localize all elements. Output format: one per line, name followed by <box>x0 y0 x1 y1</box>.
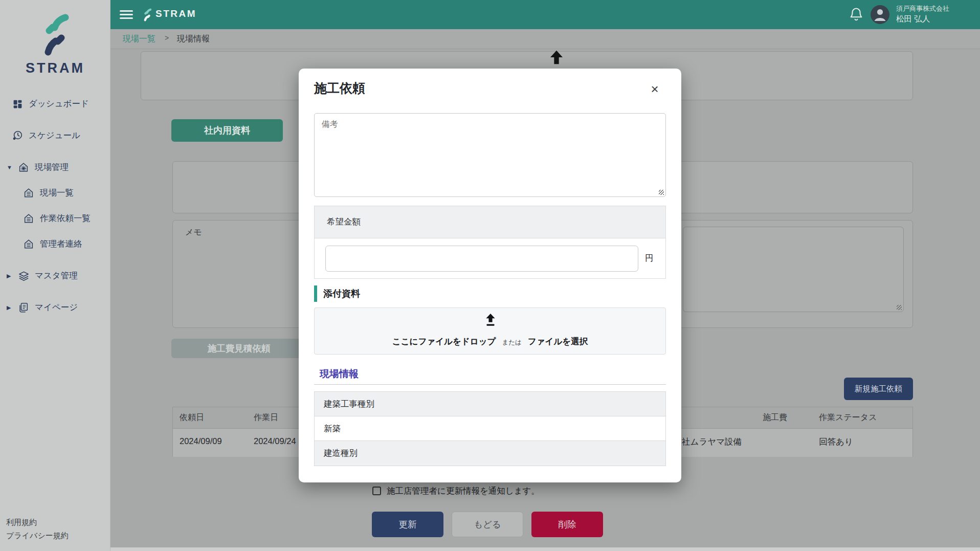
modal-title: 施工依頼 <box>314 80 365 97</box>
sidebar-item-site-list[interactable]: ▼ 現場一覧 <box>0 184 110 202</box>
sidebar-logo-text: STRAM <box>0 60 110 76</box>
sidebar-item-label: 管理者連絡 <box>40 238 82 250</box>
sidebar-item-master-management[interactable]: ▶ マスタ管理 <box>0 267 110 284</box>
header-company-name: 須戸商事株式会社 <box>896 4 949 13</box>
site-table-value-row: 新築 <box>315 416 665 441</box>
amount-label: 希望金額 <box>327 216 361 228</box>
sidebar-item-work-requests[interactable]: ▼ 作業依頼一覧 <box>0 210 110 227</box>
breadcrumb-current-page: 現場情報 <box>177 34 210 45</box>
column-request-date: 依頼日 <box>180 412 204 423</box>
amount-section-header: 希望金額 <box>314 206 666 238</box>
dashboard-icon <box>11 98 24 110</box>
sidebar-item-label: 作業依頼一覧 <box>40 213 91 224</box>
site-info-table: 建築工事種別 新築 建造種別 <box>314 391 666 466</box>
amount-section-row: 円 <box>314 238 666 279</box>
new-construction-request-button[interactable]: 新規施工依頼 <box>844 378 913 400</box>
or-text: または <box>502 338 521 347</box>
column-work-date: 作業日 <box>254 412 278 423</box>
breadcrumb-site-list-link[interactable]: 現場一覧 <box>123 34 155 45</box>
layers-icon <box>17 270 30 282</box>
house-gear-icon <box>17 161 30 173</box>
resize-handle[interactable] <box>659 190 664 195</box>
site-table-label-row: 建築工事種別 <box>315 392 665 416</box>
stram-logo-icon <box>39 11 72 60</box>
house-list-icon <box>23 238 35 250</box>
dropzone-text: ここにファイルをドロップ または ファイルを選択 <box>315 336 665 347</box>
memo-label: メモ <box>185 227 202 238</box>
select-file-link[interactable]: ファイルを選択 <box>528 336 588 347</box>
header-user-name: 松田 弘人 <box>896 14 930 25</box>
breadcrumb: 現場一覧 > 現場情報 <box>110 29 980 49</box>
caret-down-icon: ▼ <box>7 164 13 170</box>
sidebar-item-schedule[interactable]: ▼ スケジュール <box>0 127 110 144</box>
sidebar-item-label: ダッシュボード <box>29 98 89 109</box>
terms-link[interactable]: 利用規約 <box>6 518 37 527</box>
house-list-icon <box>23 212 35 225</box>
column-work-status: 作業ステータス <box>819 412 877 423</box>
file-dropzone[interactable]: ここにファイルをドロップ または ファイルを選択 <box>314 307 666 355</box>
page-bottom-strip <box>110 547 980 551</box>
upload-icon <box>484 313 497 329</box>
cell-request-date: 2024/09/09 <box>180 436 222 446</box>
sidebar-item-label: 現場一覧 <box>40 187 74 199</box>
sidebar-item-site-management[interactable]: ▼ 現場管理 <box>0 159 110 176</box>
caret-right-icon: ▶ <box>7 304 13 311</box>
sidebar-item-label: スケジュール <box>29 130 80 141</box>
app-root: STRAM ▼ ダッシュボード ▼ スケジュール ▼ <box>0 0 980 551</box>
notification-bell-icon[interactable] <box>849 7 863 24</box>
breadcrumb-separator: > <box>165 34 169 42</box>
documents-icon <box>17 301 30 314</box>
delete-button[interactable]: 削除 <box>531 512 603 537</box>
attachments-label: 添付資料 <box>323 288 360 300</box>
stram-header-logo-icon <box>141 8 153 24</box>
cell-work-date: 2024/09/24 <box>254 436 296 446</box>
background-textarea[interactable] <box>683 227 904 312</box>
internal-documents-button[interactable]: 社内用資料 <box>171 119 283 142</box>
back-button[interactable]: もどる <box>452 512 523 537</box>
amount-input[interactable] <box>325 246 638 272</box>
drop-here-text: ここにファイルをドロップ <box>392 336 496 347</box>
attachments-accent-bar <box>314 285 317 302</box>
caret-right-icon: ▶ <box>7 273 13 279</box>
hamburger-menu-icon[interactable] <box>120 10 133 19</box>
user-avatar[interactable] <box>871 5 889 24</box>
cell-contractor: 社ムラヤマ設備 <box>682 436 742 448</box>
column-fee: 施工費 <box>763 412 787 423</box>
sidebar-item-admin-contact[interactable]: ▼ 管理者連絡 <box>0 235 110 253</box>
close-icon[interactable]: × <box>645 80 664 98</box>
sidebar-item-label: マスタ管理 <box>35 270 78 281</box>
house-list-icon <box>23 187 35 199</box>
top-header: STRAM 須戸商事株式会社 松田 弘人 <box>110 0 980 29</box>
site-table-label-row: 建造種別 <box>315 441 665 466</box>
site-info-heading: 現場情報 <box>320 367 359 381</box>
notify-checkbox[interactable] <box>372 487 381 495</box>
construction-request-modal: 施工依頼 × 希望金額 円 添付資料 ここにファイルをドロップ または ファイル… <box>299 69 681 482</box>
schedule-icon <box>11 129 24 142</box>
sidebar-item-dashboard[interactable]: ▼ ダッシュボード <box>0 95 110 113</box>
sidebar-item-my-page[interactable]: ▶ マイページ <box>0 299 110 316</box>
sidebar: STRAM ▼ ダッシュボード ▼ スケジュール ▼ <box>0 0 110 551</box>
sidebar-item-label: 現場管理 <box>35 162 69 173</box>
privacy-link[interactable]: プライバシー規約 <box>6 531 69 541</box>
remarks-textarea[interactable] <box>314 113 666 197</box>
cell-work-status: 回答あり <box>819 436 853 448</box>
header-brand-text: STRAM <box>155 8 196 19</box>
estimate-request-button[interactable]: 施工費見積依頼 <box>171 339 306 358</box>
amount-unit-label: 円 <box>645 253 654 264</box>
divider <box>314 384 666 385</box>
update-button[interactable]: 更新 <box>372 512 443 537</box>
resize-handle[interactable] <box>897 305 902 310</box>
sidebar-item-label: マイページ <box>35 302 78 313</box>
notify-checkbox-label: 施工店管理者に更新情報を通知します。 <box>387 486 540 497</box>
